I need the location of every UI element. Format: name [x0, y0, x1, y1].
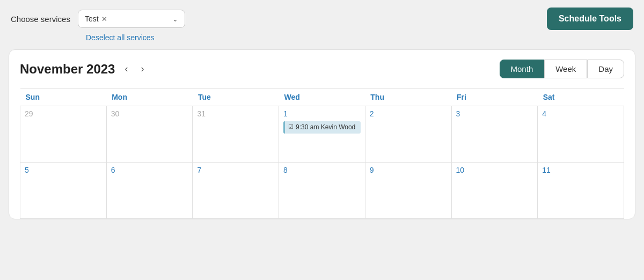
day-number: 10	[456, 166, 533, 174]
calendar-cell[interactable]: 4	[538, 106, 624, 163]
schedule-tools-button[interactable]: Schedule Tools	[547, 8, 633, 30]
left-section: Choose services Test ✕ ⌄	[11, 10, 185, 28]
calendar-cell[interactable]: 10	[451, 163, 538, 219]
calendar-cell[interactable]: 3	[451, 106, 538, 163]
calendar-cell[interactable]: 30	[106, 106, 193, 163]
header-tue: Tue	[193, 89, 279, 106]
week-view-button[interactable]: Week	[544, 60, 587, 78]
calendar-cell[interactable]: 7	[193, 163, 279, 219]
day-number: 2	[370, 109, 447, 118]
event-item[interactable]: ☑9:30 am Kevin Wood	[283, 121, 361, 134]
calendar-row-1: 567891011	[20, 163, 624, 219]
service-dropdown[interactable]: Test ✕ ⌄	[78, 10, 185, 28]
prev-month-button[interactable]: ‹	[121, 61, 131, 77]
tag-close-icon[interactable]: ✕	[101, 15, 107, 23]
event-text: 9:30 am Kevin Wood	[296, 123, 355, 132]
view-toggle: Month Week Day	[500, 60, 624, 78]
calendar-title-group: November 2023 ‹ ›	[20, 61, 147, 77]
calendar-header: November 2023 ‹ › Month Week Day	[20, 60, 624, 78]
day-number: 31	[197, 109, 274, 118]
calendar-title: November 2023	[20, 62, 115, 77]
service-tag: Test ✕	[85, 14, 107, 23]
day-number: 4	[542, 109, 619, 118]
calendar-cell[interactable]: 11	[538, 163, 624, 219]
calendar-cell[interactable]: 31	[193, 106, 279, 163]
header-wed: Wed	[279, 89, 365, 106]
day-headers-row: Sun Mon Tue Wed Thu Fri Sat	[20, 89, 624, 106]
header-mon: Mon	[106, 89, 193, 106]
calendar-cell[interactable]: 9	[365, 163, 451, 219]
calendar-cell[interactable]: 29	[20, 106, 107, 163]
month-view-button[interactable]: Month	[500, 60, 545, 78]
day-number: 9	[370, 166, 447, 174]
header-fri: Fri	[451, 89, 538, 106]
calendar-cell[interactable]: 2	[365, 106, 451, 163]
day-number: 8	[283, 166, 361, 174]
calendar-row-0: 2930311☑9:30 am Kevin Wood234	[20, 106, 624, 163]
calendar-container: November 2023 ‹ › Month Week Day Sun Mon…	[9, 49, 635, 219]
header-thu: Thu	[365, 89, 451, 106]
day-number: 1	[283, 109, 361, 118]
top-bar: Choose services Test ✕ ⌄ Schedule Tools	[0, 0, 644, 30]
day-view-button[interactable]: Day	[587, 60, 624, 78]
calendar-cell[interactable]: 8	[279, 163, 365, 219]
header-sat: Sat	[538, 89, 624, 106]
day-number: 29	[25, 109, 102, 118]
calendar-grid: Sun Mon Tue Wed Thu Fri Sat 2930311☑9:30…	[20, 88, 624, 219]
chevron-down-icon: ⌄	[172, 15, 178, 23]
service-tag-text: Test	[85, 14, 99, 23]
next-month-button[interactable]: ›	[137, 61, 147, 77]
day-number: 11	[542, 166, 619, 174]
calendar-cell[interactable]: 1☑9:30 am Kevin Wood	[279, 106, 365, 163]
header-sun: Sun	[20, 89, 107, 106]
calendar-cell[interactable]: 6	[106, 163, 193, 219]
choose-services-label: Choose services	[11, 14, 70, 24]
deselect-all-services-link[interactable]: Deselect all services	[86, 33, 644, 42]
event-check-icon: ☑	[288, 123, 294, 130]
day-number: 5	[25, 166, 102, 174]
day-number: 3	[456, 109, 533, 118]
calendar-cell[interactable]: 5	[20, 163, 107, 219]
day-number: 6	[111, 166, 188, 174]
day-number: 7	[197, 166, 274, 174]
day-number: 30	[111, 109, 188, 118]
